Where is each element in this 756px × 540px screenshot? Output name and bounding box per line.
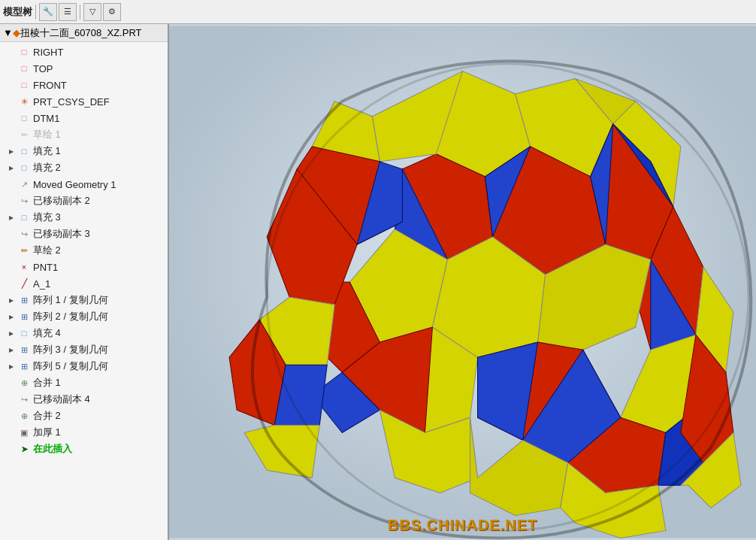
label-insert: 在此插入 xyxy=(33,442,72,456)
main-toolbar: 模型树 🔧 ☰ ▽ ⚙ xyxy=(0,0,756,24)
plane-icon-right: □ xyxy=(18,46,30,58)
label-fill3: 填充 3 xyxy=(33,211,61,224)
tree-item-merge1[interactable]: ⊕ 合并 1 xyxy=(0,375,168,391)
label-pattern2: 阵列 2 / 复制几何 xyxy=(33,310,108,323)
fill3-icon: □ xyxy=(18,211,30,223)
fill3-expand: ▶ xyxy=(6,212,17,223)
label-pattern5: 阵列 5 / 复制几何 xyxy=(33,359,108,373)
tree-item-moved3[interactable]: ↪ 已移动副本 3 xyxy=(0,226,168,242)
tree-item-moved-geo1[interactable]: ↗ Moved Geometry 1 xyxy=(0,176,168,193)
sketch2-icon: ✏ xyxy=(18,244,30,256)
label-top: TOP xyxy=(33,63,53,74)
tree-item-top[interactable]: □ TOP xyxy=(0,60,168,77)
label-pattern3: 阵列 3 / 复制几何 xyxy=(33,343,108,356)
label-moved3: 已移动副本 3 xyxy=(33,227,90,241)
pattern1-icon: ⊞ xyxy=(18,294,30,306)
tree-item-front[interactable]: □ FRONT xyxy=(0,77,168,93)
moved2-icon: ↪ xyxy=(18,195,30,207)
toolbar-btn-settings[interactable]: ⚙ xyxy=(103,3,121,21)
main-area: ▼ ◆ 扭棱十二面_60708_XZ.PRT □ RIGHT □ TOP □ F… xyxy=(0,24,756,540)
label-merge1: 合并 1 xyxy=(33,376,61,390)
tree-item-pattern5[interactable]: ▶ ⊞ 阵列 5 / 复制几何 xyxy=(0,358,168,375)
fill2-expand: ▶ xyxy=(6,162,17,173)
label-pnt1: PNT1 xyxy=(33,262,58,273)
sketch1-icon: ✏ xyxy=(18,129,30,141)
plane-icon-top: □ xyxy=(18,62,30,74)
toolbar-title: 模型树 xyxy=(3,5,32,19)
tree-item-pattern3[interactable]: ▶ ⊞ 阵列 3 / 复制几何 xyxy=(0,341,168,358)
merge2-icon: ⊕ xyxy=(18,410,30,422)
fill2-icon: □ xyxy=(18,162,30,174)
tree-item-dtm1[interactable]: □ DTM1 xyxy=(0,110,168,126)
label-right: RIGHT xyxy=(33,47,63,58)
label-moved-geo1: Moved Geometry 1 xyxy=(33,179,116,190)
axis1-icon: ╱ xyxy=(18,278,30,290)
tree-item-merge2[interactable]: ⊕ 合并 2 xyxy=(0,408,168,424)
pnt1-icon: × xyxy=(18,261,30,273)
toolbar-btn-filter[interactable]: ▽ xyxy=(83,3,101,21)
tree-item-fill4[interactable]: ▶ □ 填充 4 xyxy=(0,325,168,341)
label-front: FRONT xyxy=(33,80,67,91)
tree-content: □ RIGHT □ TOP □ FRONT ✳ PRT_CSYS_DEF □ D xyxy=(0,42,168,540)
toolbar-separator-1 xyxy=(35,5,36,20)
tree-item-moved2[interactable]: ↪ 已移动副本 2 xyxy=(0,193,168,209)
label-merge2: 合并 2 xyxy=(33,409,61,423)
left-panel-model-tree: ▼ ◆ 扭棱十二面_60708_XZ.PRT □ RIGHT □ TOP □ F… xyxy=(0,24,169,540)
tree-item-pnt1[interactable]: × PNT1 xyxy=(0,259,168,275)
label-sketch2: 草绘 2 xyxy=(33,244,61,257)
watermark: BBS.CHINADE.NET xyxy=(388,517,537,534)
root-expand-arrow: ▼ xyxy=(3,27,13,38)
root-icon: ◆ xyxy=(13,27,20,38)
tree-item-fill1[interactable]: ▶ □ 填充 1 xyxy=(0,143,168,159)
thicken1-icon: ▣ xyxy=(18,426,30,438)
moved4-icon: ↪ xyxy=(18,393,30,405)
label-pattern1: 阵列 1 / 复制几何 xyxy=(33,293,108,307)
pattern2-expand: ▶ xyxy=(6,311,17,322)
tree-item-insert[interactable]: ➤ 在此插入 xyxy=(0,441,168,457)
tree-item-right[interactable]: □ RIGHT xyxy=(0,44,168,60)
pattern3-icon: ⊞ xyxy=(18,344,30,356)
toolbar-separator-2 xyxy=(80,5,80,20)
moved3-icon: ↪ xyxy=(18,228,30,240)
toolbar-btn-tool[interactable]: 🔧 xyxy=(39,3,57,21)
tree-item-axis1[interactable]: ╱ A_1 xyxy=(0,275,168,292)
tree-item-thicken1[interactable]: ▣ 加厚 1 xyxy=(0,424,168,441)
fill4-icon: □ xyxy=(18,327,30,339)
label-csys: PRT_CSYS_DEF xyxy=(33,96,110,108)
tree-root-item[interactable]: ▼ ◆ 扭棱十二面_60708_XZ.PRT xyxy=(0,24,168,42)
root-label: 扭棱十二面_60708_XZ.PRT xyxy=(20,26,142,40)
pattern2-icon: ⊞ xyxy=(18,311,30,323)
tree-item-fill2[interactable]: ▶ □ 填充 2 xyxy=(0,159,168,176)
insert-icon: ➤ xyxy=(18,443,30,455)
tree-item-sketch2[interactable]: ✏ 草绘 2 xyxy=(0,242,168,259)
label-thicken1: 加厚 1 xyxy=(33,426,61,439)
pattern1-expand: ▶ xyxy=(6,295,17,305)
datum-icon: □ xyxy=(18,112,30,124)
label-moved2: 已移动副本 2 xyxy=(33,194,90,208)
tree-item-moved4[interactable]: ↪ 已移动副本 4 xyxy=(0,391,168,408)
tree-item-csys[interactable]: ✳ PRT_CSYS_DEF xyxy=(0,93,168,110)
pattern3-expand: ▶ xyxy=(6,344,17,355)
pattern5-icon: ⊞ xyxy=(18,360,30,372)
fill1-icon: □ xyxy=(18,145,30,157)
viewport-3d[interactable]: BBS.CHINADE.NET xyxy=(169,24,756,540)
toolbar-btn-list[interactable]: ☰ xyxy=(59,3,77,21)
csys-icon: ✳ xyxy=(18,96,30,108)
label-moved4: 已移动副本 4 xyxy=(33,393,90,406)
label-dtm1: DTM1 xyxy=(33,113,59,124)
label-fill4: 填充 4 xyxy=(33,326,61,340)
3d-model-svg xyxy=(169,24,756,540)
label-fill2: 填充 2 xyxy=(33,161,61,174)
tree-item-pattern2[interactable]: ▶ ⊞ 阵列 2 / 复制几何 xyxy=(0,308,168,325)
fill1-expand: ▶ xyxy=(6,146,17,156)
label-fill1: 填充 1 xyxy=(33,144,61,158)
label-sketch1: 草绘 1 xyxy=(33,128,61,141)
tree-item-pattern1[interactable]: ▶ ⊞ 阵列 1 / 复制几何 xyxy=(0,292,168,308)
moved-geo1-icon: ↗ xyxy=(18,178,30,190)
label-axis1: A_1 xyxy=(33,278,50,290)
plane-icon-front: □ xyxy=(18,79,30,91)
fill4-expand: ▶ xyxy=(6,328,17,338)
pattern5-expand: ▶ xyxy=(6,361,17,372)
tree-item-fill3[interactable]: ▶ □ 填充 3 xyxy=(0,209,168,226)
tree-item-sketch1[interactable]: ✏ 草绘 1 xyxy=(0,126,168,143)
